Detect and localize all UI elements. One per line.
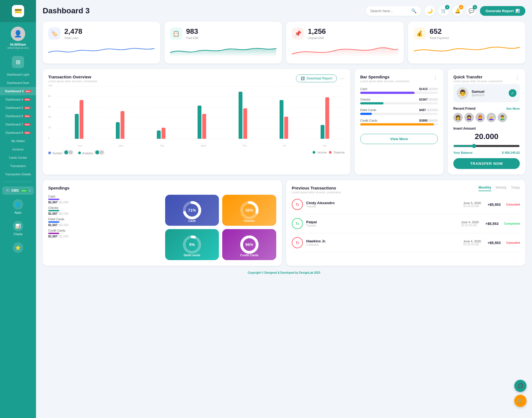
download-report-label: Download Report: [306, 76, 332, 80]
donut-card-cash: 71% Cash: [165, 195, 219, 226]
donut-label-cash: Cash: [188, 219, 196, 222]
transaction-time-1: 05:34:45 AM: [463, 205, 481, 208]
sidebar-item-dashboard-5[interactable]: Dashboard 5 New: [0, 104, 36, 112]
chart-legend: Number Analytics Income: [48, 150, 345, 155]
sidebar-charts[interactable]: 📊 Charts: [0, 217, 36, 239]
stat-chart-loan: [48, 43, 155, 57]
generate-report-button[interactable]: Generate Report 📊: [480, 6, 525, 16]
bar-group-tue: [157, 128, 165, 139]
bar-teal: [157, 130, 161, 139]
toggle-thumb: [64, 150, 68, 154]
transaction-icon-cancel: ↻: [292, 199, 303, 210]
cms-label: CMS: [11, 189, 19, 193]
sidebar-item-transaction[interactable]: Transaction: [0, 162, 36, 170]
sidebar-item-dashboard-light[interactable]: Dashboard Light: [0, 70, 36, 79]
bar-red: [162, 128, 165, 139]
apps-label: Apps: [14, 211, 21, 214]
bar-red: [202, 114, 206, 139]
stat-label-unpaid-emi: Unpaid EMI: [308, 36, 326, 40]
floating-buttons: 🎧 🛒: [514, 380, 526, 407]
stat-icon-total-payment: 💰: [414, 27, 426, 40]
more-options-button[interactable]: ⋯: [340, 75, 345, 81]
insert-amount-label: Insert Amount: [453, 127, 520, 130]
spending-label: Checks: [360, 98, 370, 101]
sidebar-item-dashboard-7[interactable]: Dashboard 7 New: [0, 120, 36, 129]
friend-avatar-2[interactable]: 👩‍🦱: [464, 113, 474, 122]
friend-avatar-3[interactable]: 👩‍🦰: [475, 113, 485, 122]
cart-btn[interactable]: 🛒 2: [438, 6, 449, 16]
donut-card-credit: 96% Credit Cards: [222, 229, 276, 260]
float-support-btn[interactable]: 🎧: [514, 380, 526, 392]
search-input[interactable]: [370, 9, 409, 13]
view-more-button[interactable]: View More: [360, 134, 438, 144]
spending-cat-label: Cash: [48, 195, 160, 198]
sidebar-item-cards-center[interactable]: Cards Center: [0, 153, 36, 162]
chart-label-fri: Fri: [283, 144, 286, 147]
donut-pct-debit: 5%: [189, 242, 195, 247]
quick-transfer-user: 👨 Samuel @sam224 ✓: [453, 84, 520, 102]
sidebar-item-dashboard-3[interactable]: Dashboard 3 New: [0, 87, 36, 95]
bar-spendings-title: Bar Spendings: [360, 75, 410, 79]
transaction-overview-actions: ⬇️ Download Report ⋯: [296, 75, 345, 82]
friend-avatar-5[interactable]: 👨‍🦱: [498, 113, 507, 122]
spending-item-checks: Checks $1,567 /$5,000: [48, 206, 160, 215]
download-report-button[interactable]: ⬇️ Download Report: [296, 75, 337, 82]
sidebar-item-dashboard-6[interactable]: Dashboard 6 New: [0, 112, 36, 120]
sidebar-dashboard-toggle[interactable]: ⊞: [12, 56, 24, 68]
headset-icon: 🎧: [517, 383, 523, 389]
toggle-number[interactable]: [63, 150, 74, 155]
bar-spendings-subtitle: Lorem ipsum dolor sit amet, consectetur: [360, 80, 410, 83]
quick-transfer-title: Quick Transfer: [453, 75, 503, 79]
transfer-now-button[interactable]: TRANSFER NOW: [453, 158, 520, 169]
sidebar-item-my-wallet[interactable]: My Wallet: [0, 137, 36, 145]
notification-btn[interactable]: 🔔 12: [452, 6, 463, 16]
donut-card-checks: 30% Checks: [222, 195, 276, 226]
qt-avatar: 👨: [457, 87, 468, 99]
bar-teal: [75, 114, 79, 139]
spending-bar-fill: [360, 123, 434, 125]
bar-group-sun: [75, 100, 83, 139]
tab-weekly[interactable]: Weekly: [496, 186, 507, 191]
quick-transfer-more-btn[interactable]: ⋮: [515, 75, 520, 81]
float-cart-btn[interactable]: 🛒: [514, 395, 526, 407]
bar-group-mon: [116, 111, 124, 139]
spending-amount: $487: [419, 108, 426, 112]
sidebar-item-transaction-details[interactable]: Transaction Details: [0, 170, 36, 178]
friend-avatar-1[interactable]: 👩: [453, 113, 463, 122]
chart-label-tue: Tue: [160, 144, 164, 147]
bar-spendings-more-btn[interactable]: ⋮: [433, 75, 438, 81]
logo-icon[interactable]: 💳: [12, 5, 24, 17]
friend-avatar-4[interactable]: 👩‍🦳: [487, 113, 496, 122]
gear-icon: ⚙️: [6, 189, 10, 193]
message-btn[interactable]: 💬 5: [466, 6, 477, 16]
toggle-analytics[interactable]: [94, 150, 105, 155]
see-more-button[interactable]: See More: [506, 107, 520, 110]
sidebar-cms[interactable]: ⚙️ CMS New ›: [2, 186, 34, 195]
sidebar-item-invoices[interactable]: Invoices: [0, 145, 36, 153]
spending-spent: $1,567: [48, 201, 58, 204]
tab-monthly[interactable]: Monthly: [479, 186, 491, 191]
tab-today[interactable]: Today: [511, 186, 520, 191]
sidebar-item-dashboard-dark[interactable]: Dashboard Dark: [0, 79, 36, 87]
spending-cat-label: Debit Cards: [48, 217, 160, 221]
spending-total: /$10000: [427, 108, 438, 112]
sidebar-favorites[interactable]: ⭐: [0, 239, 36, 257]
sidebar-apps[interactable]: 🌐 Apps: [0, 196, 36, 217]
sidebar-item-dashboard-4[interactable]: Dashboard 4 New: [0, 95, 36, 104]
sidebar: 💳 👤 Hi,William william@gmail.com ⊞ Dashb…: [0, 0, 36, 418]
spending-spent: $1,567: [48, 223, 58, 227]
spending-bar-fill: [360, 92, 415, 94]
toggle-thumb: [95, 150, 99, 154]
spendings-list: Cash $1,567 /$5,000 Checks $1,567 /$5,00…: [48, 195, 160, 260]
dark-mode-btn[interactable]: 🌙: [424, 6, 435, 16]
sidebar-item-dashboard-8[interactable]: Dashboard 8 New: [0, 129, 36, 137]
qt-check-icon: ✓: [509, 89, 516, 97]
bar-teal: [116, 122, 120, 139]
recent-friend-text: Recent Friend: [453, 107, 475, 111]
recent-friend-label: Recent Friend See More: [453, 107, 520, 111]
quick-transfer-subtitle: Lorem ipsum dolor sit amet, consectetur: [453, 80, 503, 83]
spending-total: /$5000: [428, 98, 438, 101]
spending-cat-label: Credit Cards: [48, 229, 160, 232]
amount-slider[interactable]: [453, 144, 520, 148]
sidebar-nav: Dashboard Light Dashboard Dark Dashboard…: [0, 70, 36, 178]
